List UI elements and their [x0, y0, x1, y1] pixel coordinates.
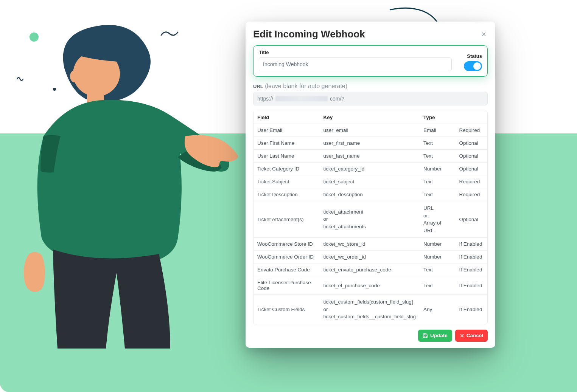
decoration-squiggle	[160, 30, 179, 38]
table-cell: Any	[420, 295, 456, 324]
table-cell: ticket_el_purchase_code	[319, 276, 420, 295]
table-cell: If Enabled	[456, 251, 487, 263]
table-cell: user_first_name	[319, 137, 420, 150]
table-cell: Optional	[456, 137, 487, 150]
table-cell: URL or Array of URL	[420, 201, 456, 238]
table-cell: Ticket Subject	[254, 175, 319, 188]
table-cell: Optional	[456, 163, 487, 175]
table-cell: user_email	[319, 124, 420, 137]
table-cell: If Enabled	[456, 276, 487, 295]
table-row: Ticket Custom Fieldsticket_custom_fields…	[254, 295, 487, 324]
table-cell: Text	[420, 188, 456, 201]
table-row: Ticket Attachment(s)ticket_attachment or…	[254, 201, 487, 238]
url-suffix: com/?	[330, 96, 344, 102]
table-cell: Required	[456, 124, 487, 137]
table-cell: If Enabled	[456, 295, 487, 324]
table-cell: Ticket Custom Fields	[254, 295, 319, 324]
svg-point-1	[135, 67, 136, 69]
col-req	[456, 111, 487, 124]
table-cell: Text	[420, 150, 456, 163]
table-cell: Elite Licenser Purchase Code	[254, 276, 319, 295]
update-button-label: Update	[430, 333, 448, 338]
table-cell: Number	[420, 163, 456, 175]
table-row: User First Nameuser_first_nameTextOption…	[254, 137, 487, 150]
svg-rect-7	[87, 90, 104, 105]
table-cell: ticket_attachment or ticket_attachments	[319, 201, 420, 238]
table-cell: Envato Purchase Code	[254, 263, 319, 276]
table-cell: ticket_envato_purchase_code	[319, 263, 420, 276]
table-cell: Number	[420, 251, 456, 263]
table-row: Elite Licenser Purchase Codeticket_el_pu…	[254, 276, 487, 295]
table-cell: User Last Name	[254, 150, 319, 163]
url-redacted-host	[275, 96, 328, 101]
table-cell: ticket_subject	[319, 175, 420, 188]
table-cell: User First Name	[254, 137, 319, 150]
table-cell: User Email	[254, 124, 319, 137]
svg-point-8	[70, 70, 79, 82]
table-row: Ticket Subjectticket_subjectTextRequired	[254, 175, 487, 188]
table-row: User Emailuser_emailEmailRequired	[254, 124, 487, 137]
close-icon[interactable]: ×	[480, 29, 488, 39]
table-cell: WooCommerce Store ID	[254, 238, 319, 251]
title-input[interactable]	[259, 57, 452, 71]
table-cell: WooCommerce Order ID	[254, 251, 319, 263]
table-cell: Ticket Description	[254, 188, 319, 201]
update-button[interactable]: Update	[418, 330, 452, 342]
table-cell: ticket_wc_order_id	[319, 251, 420, 263]
table-cell: Required	[456, 188, 487, 201]
fields-table: Field Key Type User Emailuser_emailEmail…	[253, 111, 488, 324]
table-cell: Text	[420, 263, 456, 276]
table-cell: ticket_wc_store_id	[319, 238, 420, 251]
table-cell: Ticket Attachment(s)	[254, 201, 319, 238]
table-cell: user_last_name	[319, 150, 420, 163]
toggle-knob	[473, 62, 481, 70]
svg-point-6	[73, 51, 120, 96]
table-cell: Optional	[456, 201, 487, 238]
table-cell: Text	[420, 276, 456, 295]
table-cell: ticket_category_id	[319, 163, 420, 175]
table-cell: Text	[420, 137, 456, 150]
decoration-swirl	[131, 64, 140, 73]
table-cell: Ticket Category ID	[254, 163, 319, 175]
col-type: Type	[420, 111, 456, 124]
decoration-dot	[30, 33, 39, 42]
status-toggle[interactable]	[464, 61, 482, 71]
table-cell: ticket_custom_fields[custom_field_slug] …	[319, 295, 420, 324]
decoration-sparkle	[185, 109, 192, 116]
table-cell: If Enabled	[456, 263, 487, 276]
table-row: Ticket Category IDticket_category_idNumb…	[254, 163, 487, 175]
save-icon	[423, 333, 428, 338]
decoration-dot	[53, 88, 56, 91]
table-cell: Text	[420, 175, 456, 188]
table-cell: Required	[456, 175, 487, 188]
table-cell: Email	[420, 124, 456, 137]
col-field: Field	[254, 111, 319, 124]
table-cell: Number	[420, 238, 456, 251]
table-cell: If Enabled	[456, 238, 487, 251]
url-label: URL (leave blank for auto generate)	[253, 83, 488, 90]
cancel-button-label: Cancel	[467, 333, 483, 338]
table-header-row: Field Key Type	[254, 111, 487, 124]
table-cell: Optional	[456, 150, 487, 163]
status-label: Status	[467, 53, 482, 59]
table-row: User Last Nameuser_last_nameTextOptional	[254, 150, 487, 163]
col-key: Key	[319, 111, 420, 124]
cancel-icon	[460, 333, 464, 338]
table-row: WooCommerce Store IDticket_wc_store_idNu…	[254, 238, 487, 251]
edit-webhook-modal: Edit Incoming Webhook × Title Status URL…	[246, 22, 495, 348]
title-status-group: Title Status	[253, 45, 488, 77]
url-input[interactable]: https:// com/?	[253, 92, 488, 105]
table-cell: ticket_description	[319, 188, 420, 201]
cancel-button[interactable]: Cancel	[455, 330, 488, 342]
table-row: WooCommerce Order IDticket_wc_order_idNu…	[254, 251, 487, 263]
table-row: Ticket Descriptionticket_descriptionText…	[254, 188, 487, 201]
decoration-squiggle	[16, 73, 26, 83]
modal-title: Edit Incoming Webhook	[253, 28, 365, 40]
title-label: Title	[259, 50, 452, 55]
url-prefix: https://	[257, 96, 273, 102]
table-row: Envato Purchase Codeticket_envato_purcha…	[254, 263, 487, 276]
